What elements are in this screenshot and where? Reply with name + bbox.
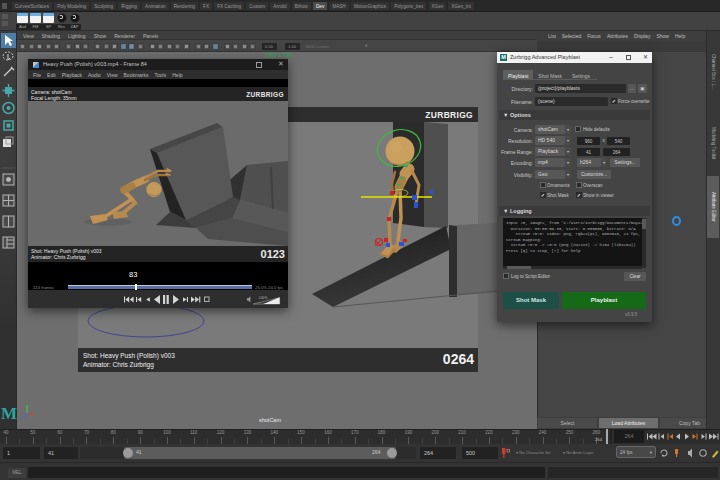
svg-text:100%: 100% xyxy=(259,296,268,300)
